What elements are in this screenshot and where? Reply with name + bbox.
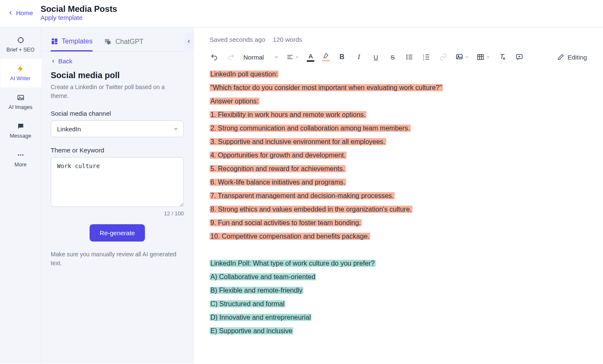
format-label: Normal (243, 54, 264, 61)
side-panel: Templates ChatGPT Back Social media poll… (41, 27, 194, 364)
svg-point-7 (18, 155, 19, 156)
bold-button[interactable]: B (337, 52, 347, 62)
highlighted-line: LinkedIn poll question: (210, 71, 278, 78)
paragraph-format-select[interactable]: Normal (243, 54, 279, 61)
highlighted-line: 7. Transparent management and decision-m… (210, 192, 395, 199)
review-note: Make sure you manually review all AI gen… (51, 250, 184, 268)
top-bar: Home Social Media Posts Apply template (0, 0, 603, 27)
numbered-list-button[interactable]: 123 (422, 52, 431, 62)
rail-label: AI Writer (10, 76, 30, 81)
image-icon (16, 93, 25, 102)
svg-rect-13 (55, 43, 57, 44)
collapse-panel-button[interactable] (184, 33, 194, 50)
rail-label: AI Images (8, 104, 32, 110)
rail-label: More (14, 162, 26, 168)
rail-label: Brief + SEO (6, 47, 34, 53)
tab-templates[interactable]: Templates (51, 34, 93, 52)
highlighted-line: 2. Strong communication and collaboratio… (210, 125, 411, 132)
font-color-button[interactable]: A (307, 52, 314, 62)
bullet-list-button[interactable] (405, 52, 414, 62)
crosshair-icon (16, 36, 25, 44)
page-title: Social Media Posts (41, 4, 117, 14)
highlighted-line: D) Innovative and entrepreneurial (210, 314, 311, 321)
rail-label: Message (10, 133, 31, 139)
theme-label: Theme or Keyword (51, 147, 184, 154)
rail-item-brief-seo[interactable]: Brief + SEO (0, 30, 41, 59)
highlighted-line: B) Flexible and remote-friendly (210, 287, 303, 294)
highlighted-line: 3. Supportive and inclusive environment … (210, 138, 386, 145)
rail-item-ai-writer[interactable]: AI Writer (0, 59, 41, 87)
highlighted-line: Answer options: (210, 98, 259, 105)
tab-label: ChatGPT (115, 38, 144, 46)
saved-status: Saved seconds ago (210, 36, 265, 43)
panel-subtitle: Create a Linkedin or Twitter poll based … (51, 83, 184, 101)
word-count: 120 words (273, 36, 302, 43)
clear-formatting-button[interactable] (498, 52, 507, 62)
svg-rect-31 (478, 54, 484, 60)
document-content[interactable]: LinkedIn poll question:"Which factor do … (210, 68, 443, 338)
status-row: Saved seconds ago 120 words (210, 36, 587, 43)
apply-template-link[interactable]: Apply template (41, 14, 117, 21)
highlighted-line: 10. Competitive compensation and benefit… (210, 233, 370, 240)
theme-textarea[interactable] (51, 157, 184, 207)
regenerate-button[interactable]: Re-generate (90, 224, 145, 242)
font-color-swatch (307, 60, 314, 62)
svg-point-9 (22, 155, 23, 156)
highlighted-line: E) Supportive and inclusive (210, 327, 293, 334)
svg-point-0 (18, 38, 23, 43)
home-link[interactable]: Home (8, 9, 33, 16)
channel-label: Social media channel (51, 110, 184, 117)
svg-point-19 (407, 59, 408, 60)
highlighted-line: 8. Strong ethics and values embedded in … (210, 206, 412, 213)
left-rail: Brief + SEO AI Writer AI Images Message … (0, 27, 41, 364)
rail-item-ai-images[interactable]: AI Images (0, 87, 41, 116)
svg-rect-11 (52, 41, 54, 44)
char-count: 12 / 100 (51, 210, 184, 217)
back-link[interactable]: Back (51, 57, 184, 65)
svg-rect-12 (55, 38, 57, 42)
link-button[interactable] (439, 52, 448, 62)
highlighted-line: 4. Opportunities for growth and developm… (210, 152, 347, 159)
table-button[interactable] (477, 52, 490, 62)
svg-point-17 (407, 55, 408, 56)
panel-tabs: Templates ChatGPT (41, 34, 193, 52)
highlight-color-swatch (322, 60, 330, 61)
highlighted-line: 9. Fun and social activities to foster t… (210, 219, 362, 226)
svg-point-8 (20, 155, 21, 156)
highlighted-line: "Which factor do you consider most impor… (210, 84, 443, 91)
strikethrough-button[interactable]: S (388, 52, 397, 62)
undo-button[interactable] (210, 52, 219, 62)
back-label: Back (58, 57, 72, 65)
highlighted-line: 1. Flexibility in work hours and remote … (210, 111, 366, 118)
channel-select[interactable]: LinkedIn (51, 120, 184, 137)
chevron-left-icon (8, 10, 14, 16)
rail-item-more[interactable]: More (0, 145, 41, 174)
templates-icon (51, 38, 58, 45)
highlighted-line: A) Collaborative and team-oriented (210, 273, 316, 280)
redo-button[interactable] (226, 52, 236, 62)
italic-button[interactable]: I (354, 52, 363, 62)
chat-icon (16, 122, 25, 130)
svg-rect-10 (52, 38, 54, 40)
editor-area: Saved seconds ago 120 words Normal A (194, 27, 603, 364)
editing-label: Editing (568, 54, 587, 61)
highlighted-line: LinkedIn Poll: What type of work culture… (210, 260, 376, 267)
chatgpt-icon (104, 38, 112, 46)
align-button[interactable] (286, 52, 299, 62)
highlighted-line: 5. Recognition and reward for achievemen… (210, 165, 346, 172)
highlight-color-button[interactable] (322, 53, 330, 61)
highlighted-line: C) Structured and formal (210, 300, 285, 307)
highlighted-line: 6. Work-life balance initiatives and pro… (210, 179, 346, 186)
panel-title: Social media poll (51, 71, 184, 80)
comment-button[interactable] (515, 52, 524, 62)
editing-mode-button[interactable]: Editing (557, 54, 587, 61)
editor-toolbar: Normal A B I U S 123 (210, 52, 587, 68)
tab-chatgpt[interactable]: ChatGPT (104, 34, 144, 51)
more-icon (16, 151, 25, 159)
tab-label: Templates (62, 38, 93, 45)
rail-item-message[interactable]: Message (0, 116, 41, 145)
bolt-icon (16, 65, 25, 73)
underline-button[interactable]: U (371, 52, 380, 62)
top-titles: Social Media Posts Apply template (41, 4, 117, 21)
image-button[interactable] (456, 52, 469, 62)
